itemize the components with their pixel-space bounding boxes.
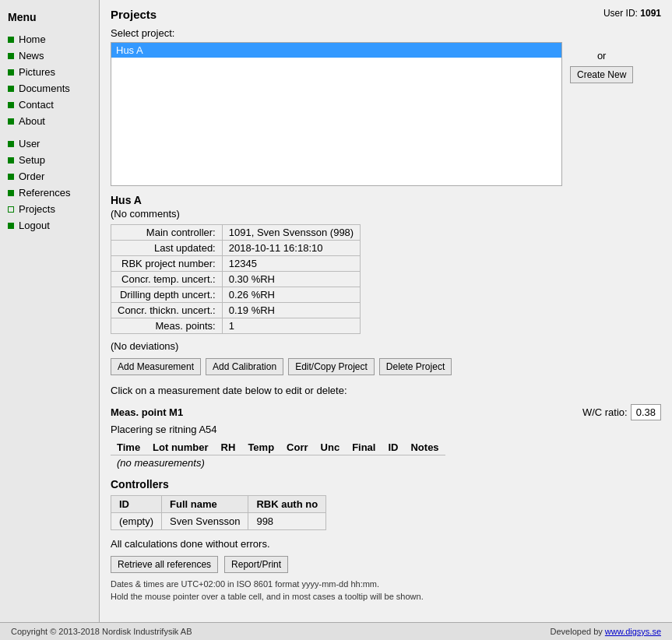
controller-fullname: Sven Svensson [162,513,248,530]
table-row: Concr. temp. uncert.:0.30 %RH [111,272,361,287]
dot-icon [8,141,14,147]
info-value: 2018-10-11 16:18:10 [222,241,360,256]
controllers-column-header: ID [111,496,162,513]
controller-rbk: 998 [248,513,326,530]
sidebar-item-pictures[interactable]: Pictures [0,64,99,80]
wc-ratio-value: 0.38 [631,404,661,420]
table-row: (empty)Sven Svensson998 [111,513,326,530]
dot-icon [8,86,14,92]
table-row: RBK project number:12345 [111,256,361,272]
table-row: Drilling depth uncert.:0.26 %RH [111,287,361,303]
sidebar-item-about[interactable]: About [0,113,99,129]
project-listbox[interactable]: Hus A [111,42,562,186]
controller-id: (empty) [111,513,162,530]
project-comments: (No comments) [111,208,661,220]
info-value: 0.30 %RH [222,272,360,287]
info-label: Last updated: [111,241,223,256]
footer-developed-by: Developed by www.digsys.se [551,627,661,636]
measurements-table: TimeLot numberRHTempCorrUncFinalIDNotes … [111,440,445,470]
add-measurement-button[interactable]: Add Measurement [111,358,201,375]
sidebar-item-documents[interactable]: Documents [0,80,99,97]
sidebar-item-label: Documents [19,83,70,94]
table-row: Meas. points:1 [111,318,361,334]
sidebar-item-label: Contact [19,99,54,111]
project-info-table: Main controller:1091, Sven Svensson (998… [111,224,361,334]
table-row: Concr. thickn. uncert.:0.19 %RH [111,303,361,318]
sidebar-item-label: Pictures [19,66,55,78]
footnote-line1: Dates & times are UTC+02:00 in ISO 8601 … [111,579,661,589]
info-label: Concr. temp. uncert.: [111,272,223,287]
page-title: Projects [111,8,157,21]
measurements-column-header: RH [215,440,242,455]
action-buttons: Add Measurement Add Calibration Edit/Cop… [111,358,661,375]
table-row: Main controller:1091, Sven Svensson (998… [111,225,361,241]
sidebar-item-label: News [19,50,44,62]
sidebar-item-news[interactable]: News [0,47,99,64]
measurements-column-header: Lot number [146,440,215,455]
sidebar-item-label: Logout [19,220,50,231]
wc-ratio: W/C ratio: 0.38 [582,404,661,420]
info-label: Meas. points: [111,318,223,334]
controllers-title: Controllers [111,478,661,491]
sidebar-item-logout[interactable]: Logout [0,217,99,234]
footer-copyright: Copyright © 2013-2018 Nordisk Industrify… [11,627,192,636]
sidebar: Menu Home News Pictures Documents Contac… [0,0,100,622]
controllers-column-header: RBK auth no [248,496,326,513]
info-label: Drilling depth uncert.: [111,287,223,303]
select-project-label: Select project: [111,27,661,39]
click-instruction: Click on a measurement date below to edi… [111,385,661,396]
no-deviations: (No deviations) [111,340,661,352]
app-wrapper: Menu Home News Pictures Documents Contac… [0,0,672,640]
footer: Copyright © 2013-2018 Nordisk Industrify… [0,622,672,640]
calc-status: All calculations done without errors. [111,538,661,550]
report-print-button[interactable]: Report/Print [224,556,288,573]
info-value: 1 [222,318,360,334]
edit-copy-project-button[interactable]: Edit/Copy Project [288,358,375,375]
sidebar-item-setup[interactable]: Setup [0,152,99,168]
sidebar-item-user[interactable]: User [0,135,99,152]
sidebar-item-label: Setup [19,154,45,166]
or-text: or [597,50,607,62]
info-label: Concr. thickn. uncert.: [111,303,223,318]
measurements-column-header: ID [382,440,404,455]
sidebar-item-references[interactable]: References [0,185,99,201]
dot-icon [8,53,14,59]
dot-icon [8,37,14,43]
sidebar-item-projects[interactable]: Projects [0,201,99,217]
info-value: 12345 [222,256,360,272]
main-area: Menu Home News Pictures Documents Contac… [0,0,672,622]
create-new-button[interactable]: Create New [570,66,633,83]
sidebar-item-label: Home [19,33,46,45]
footnote-line2: Hold the mouse pointer over a table cell… [111,592,661,601]
measurements-column-header: Final [346,440,382,455]
dot-icon [8,174,14,180]
dot-icon [8,190,14,196]
meas-point-header: Meas. point M1 W/C ratio: 0.38 [111,404,661,420]
footer-link[interactable]: www.digsys.se [605,627,661,636]
delete-project-button[interactable]: Delete Project [379,358,452,375]
sidebar-item-label: User [19,138,40,149]
measurements-column-header: Notes [404,440,445,455]
info-value: 1091, Sven Svensson (998) [222,225,360,241]
sidebar-item-contact[interactable]: Contact [0,97,99,113]
content-header: Projects User ID: 1091 [111,8,661,21]
project-name: Hus A [111,194,661,206]
bottom-buttons: Retrieve all references Report/Print [111,556,661,573]
retrieve-references-button[interactable]: Retrieve all references [111,556,218,573]
measurements-column-header: Temp [241,440,280,455]
sidebar-item-order[interactable]: Order [0,168,99,185]
user-id-value: 1091 [640,8,661,19]
add-calibration-button[interactable]: Add Calibration [206,358,283,375]
table-row: Last updated:2018-10-11 16:18:10 [111,241,361,256]
info-value: 0.19 %RH [222,303,360,318]
dot-icon [8,118,14,125]
info-label: RBK project number: [111,256,223,272]
sidebar-item-label: Projects [19,203,55,215]
dot-icon [8,102,14,108]
info-label: Main controller: [111,225,223,241]
project-listbox-item[interactable]: Hus A [111,43,561,58]
sidebar-title: Menu [0,6,99,31]
controllers-column-header: Full name [162,496,248,513]
sidebar-item-home[interactable]: Home [0,31,99,47]
measurements-column-header: Time [111,440,146,455]
